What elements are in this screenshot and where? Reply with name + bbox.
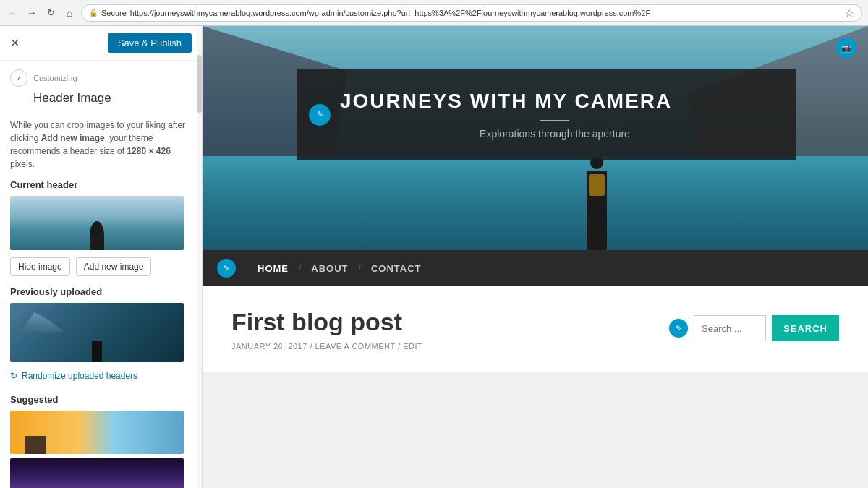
browser-chrome: ← → ↻ ⌂ 🔒 Secure https://journeyswithmyc… [0,0,868,26]
add-new-image-link[interactable]: Add new image [41,133,105,143]
previously-uploaded-image[interactable] [10,303,184,362]
search-input[interactable] [694,315,766,341]
customizer-panel: ✕ Save & Publish ‹ Customizing Header Im… [0,26,203,488]
post-comment-link[interactable]: LEAVE A COMMENT [315,342,396,351]
suggested-img-1-decoration [25,436,46,454]
search-widget-edit-icon[interactable]: ✎ [669,319,688,338]
home-button[interactable]: ⌂ [62,6,77,20]
post-title: First blog post [231,308,647,336]
title-edit-icon[interactable]: ✎ [309,104,331,126]
camera-icon: 📷 [841,43,851,53]
hero-section: ✎ JOURNEYS WITH MY CAMERA Explorations t… [203,26,868,250]
reload-button[interactable]: ↻ [43,6,58,20]
prev-img-person-decoration [92,341,102,362]
info-text: While you can crop images to your liking… [10,119,192,171]
person-body [587,171,607,250]
add-new-image-button[interactable]: Add new image [76,257,152,276]
nav-about[interactable]: ABOUT [301,263,358,274]
scroll-thumb[interactable] [197,55,202,113]
suggested-label: Suggested [10,394,192,405]
nav-home[interactable]: HOME [247,263,299,274]
prev-img-decoration [21,310,64,332]
blog-title: JOURNEYS WITH MY CAMERA [340,90,770,113]
suggested-image-1[interactable] [10,411,184,454]
section-title: Header Image [0,90,202,113]
forward-button[interactable]: → [25,6,39,20]
breadcrumb-area: ‹ Customizing [0,61,202,90]
panel-content: While you can crop images to your liking… [0,113,202,488]
pencil-icon: ✎ [317,110,323,119]
save-publish-button[interactable]: Save & Publish [108,33,192,53]
blog-subtitle: Explorations through the aperture [340,128,770,140]
sidebar-area: ✎ SEARCH [669,308,839,351]
post-edit-link[interactable]: EDIT [403,342,422,351]
person-backpack [589,174,605,196]
post-meta: JANUARY 26, 2017 / LEAVE A COMMENT / EDI… [231,342,647,351]
randomize-icon: ↻ [10,371,17,381]
hide-image-button[interactable]: Hide image [10,257,70,276]
hero-person [579,156,615,250]
url-text: https://journeyswithmycamerablog.wordpre… [130,9,650,17]
post-sep-2: / [398,342,401,351]
search-widget: ✎ SEARCH [669,315,839,341]
nav-bar: ✎ HOME / ABOUT / CONTACT [203,250,868,286]
blog-title-divider [540,120,569,121]
camera-overlay-icon[interactable]: 📷 [836,38,856,58]
bookmark-icon[interactable]: ☆ [845,7,854,19]
website-preview: ✎ JOURNEYS WITH MY CAMERA Explorations t… [203,26,868,488]
current-header-label: Current header [10,179,192,190]
back-arrow-button[interactable]: ‹ [10,69,27,87]
hero-water [203,156,868,250]
randomize-button[interactable]: ↻ Randomize uploaded headers [10,368,137,384]
customizer-toolbar: ✕ Save & Publish [0,26,202,61]
nav-pencil-icon: ✎ [224,264,230,273]
secure-label: Secure [101,9,127,17]
search-button[interactable]: SEARCH [772,315,839,341]
close-button[interactable]: ✕ [10,36,20,50]
main-layout: ✕ Save & Publish ‹ Customizing Header Im… [0,26,868,488]
secure-icon: 🔒 [89,9,98,17]
image-buttons-row: Hide image Add new image [10,257,192,276]
address-bar[interactable]: 🔒 Secure https://journeyswithmycamerablo… [81,4,862,22]
previously-uploaded-label: Previously uploaded [10,286,192,297]
content-area: First blog post JANUARY 26, 2017 / LEAVE… [203,286,868,372]
nav-contact[interactable]: CONTACT [361,263,432,274]
title-overlay: ✎ JOURNEYS WITH MY CAMERA Explorations t… [297,69,796,160]
nav-edit-icon[interactable]: ✎ [217,259,236,278]
current-header-image[interactable] [10,196,184,250]
scroll-track[interactable] [197,26,202,488]
suggested-image-2[interactable] [10,458,184,488]
header-img-decoration [90,221,104,250]
post-sep-1: / [310,342,312,351]
search-pencil-icon: ✎ [676,324,682,333]
post-date: JANUARY 26, 2017 [231,342,307,351]
back-button[interactable]: ← [6,6,20,20]
post-area: First blog post JANUARY 26, 2017 / LEAVE… [231,308,647,351]
breadcrumb-text: Customizing [33,74,77,82]
